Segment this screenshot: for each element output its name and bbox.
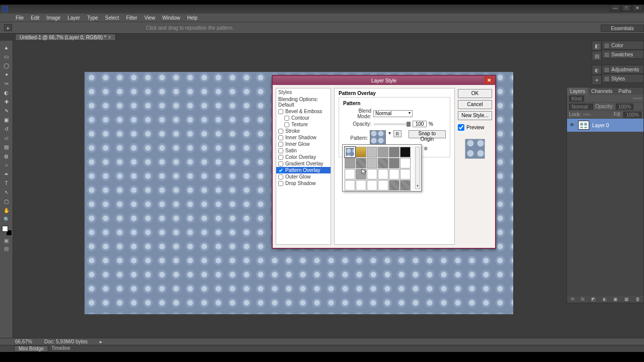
text-tool-icon[interactable]: T — [1, 178, 12, 188]
window-minimize-button[interactable]: — — [610, 5, 621, 12]
foreground-color-swatch[interactable] — [2, 226, 8, 232]
menu-layer[interactable]: Layer — [64, 15, 84, 21]
blend-mode-select[interactable]: Normal — [373, 110, 413, 117]
workspace-essentials-button[interactable]: Essentials — [601, 25, 644, 32]
style-drop-shadow[interactable]: Drop Shadow — [276, 180, 331, 187]
tab-timeline[interactable]: Timeline — [48, 345, 73, 352]
style-outer-glow[interactable]: Outer Glow — [276, 173, 331, 180]
pattern-swatch-item[interactable] — [400, 180, 411, 191]
panel-strip-icon[interactable]: ▤ — [592, 51, 602, 61]
color-swatches-icon[interactable] — [1, 225, 12, 236]
mask-icon[interactable]: ◩ — [591, 297, 596, 302]
marquee-tool-icon[interactable]: ▭ — [1, 52, 12, 61]
pattern-swatch-item[interactable] — [400, 158, 411, 168]
menu-edit[interactable]: Edit — [27, 15, 43, 21]
pattern-swatch-item[interactable] — [378, 169, 388, 179]
fx-icon[interactable]: fx — [581, 297, 585, 302]
pattern-swatch-item[interactable] — [356, 180, 366, 191]
gradient-tool-icon[interactable]: ▤ — [1, 142, 12, 151]
dialog-title[interactable]: Layer Style ✕ — [273, 76, 495, 85]
style-bevel-emboss[interactable]: Bevel & Emboss — [276, 108, 331, 115]
menu-type[interactable]: Type — [84, 15, 102, 21]
opacity-input[interactable]: 100 — [413, 121, 427, 127]
menu-select[interactable]: Select — [102, 15, 123, 21]
stamp-tool-icon[interactable]: ▣ — [1, 115, 12, 124]
new-style-button[interactable]: New Style... — [458, 111, 492, 120]
gear-icon[interactable]: ✻ — [422, 146, 429, 153]
opacity-value[interactable]: 100% — [616, 104, 634, 110]
dodge-tool-icon[interactable]: ○ — [1, 160, 12, 169]
pattern-swatch-item[interactable] — [356, 147, 366, 157]
pattern-swatch-item[interactable] — [356, 169, 366, 179]
eyedropper-tool-icon[interactable]: ◐ — [1, 88, 12, 97]
fill-value[interactable]: 100% — [623, 112, 641, 118]
window-maximize-button[interactable]: □ — [621, 5, 632, 12]
ok-button[interactable]: OK — [458, 89, 492, 98]
panel-tab-swatches[interactable]: Swatches — [602, 50, 644, 59]
pattern-swatch-item[interactable] — [356, 158, 366, 168]
pattern-swatch-item[interactable] — [345, 169, 355, 179]
visibility-icon[interactable]: 👁 — [569, 122, 575, 128]
pattern-swatch-item[interactable] — [378, 158, 388, 168]
tab-channels[interactable]: Channels — [588, 87, 615, 95]
menu-window[interactable]: Window — [158, 15, 184, 21]
style-stroke[interactable]: Stroke — [276, 128, 331, 134]
lock-icons[interactable]: ▫▫▫▫ — [583, 112, 590, 117]
menu-filter[interactable]: Filter — [123, 15, 141, 21]
eraser-tool-icon[interactable]: ▱ — [1, 133, 12, 142]
pattern-swatch-item[interactable] — [389, 169, 399, 179]
pattern-swatch-item[interactable] — [400, 169, 411, 179]
close-icon[interactable]: × — [108, 35, 111, 40]
preview-checkbox[interactable] — [458, 124, 464, 131]
hand-tool-icon[interactable]: ✋ — [1, 206, 12, 215]
snap-to-origin-button[interactable]: Snap to Origin — [409, 130, 446, 138]
pattern-swatch-item[interactable] — [345, 180, 355, 191]
menu-help[interactable]: Help — [184, 15, 201, 21]
layer-thumbnail[interactable] — [578, 121, 589, 130]
screenmode-icon[interactable]: ▤ — [4, 246, 9, 252]
layer-filter-kind[interactable]: Kind — [569, 96, 584, 102]
pen-tool-icon[interactable]: ✒ — [1, 169, 12, 178]
style-gradient-overlay[interactable]: Gradient Overlay — [276, 160, 331, 167]
doc-info[interactable]: Doc: 5,93M/0 bytes — [44, 339, 88, 344]
style-pattern-overlay[interactable]: Pattern Overlay — [276, 167, 331, 173]
zoom-level[interactable]: 66,67% — [15, 339, 32, 344]
picker-scrollbar[interactable]: ▾ — [415, 147, 420, 189]
styles-header[interactable]: Styles — [276, 88, 331, 96]
pattern-swatch-item[interactable] — [345, 158, 355, 168]
style-inner-shadow[interactable]: Inner Shadow — [276, 134, 331, 141]
panel-tab-styles[interactable]: Styles — [602, 74, 644, 83]
pattern-swatch-item[interactable] — [389, 147, 399, 157]
quickmask-icon[interactable]: ▣ — [4, 238, 9, 244]
link-icon[interactable]: ⟲ — [571, 297, 575, 302]
pattern-swatch-item[interactable] — [389, 158, 399, 168]
tab-paths[interactable]: Paths — [615, 87, 634, 95]
panel-tab-color[interactable]: Color — [602, 41, 644, 50]
path-tool-icon[interactable]: ↖ — [1, 188, 12, 197]
layer-name-label[interactable]: Layer 0 — [592, 123, 609, 128]
style-contour[interactable]: Contour — [276, 115, 331, 121]
pattern-swatch-item[interactable] — [400, 147, 411, 157]
menu-file[interactable]: File — [12, 15, 27, 21]
style-texture[interactable]: Texture — [276, 121, 331, 128]
window-close-button[interactable]: ✕ — [632, 5, 643, 12]
document-tab[interactable]: Untitled-1 @ 66,7% (Layer 0, RGB/8) * × — [15, 34, 116, 41]
new-layer-icon[interactable]: ▦ — [624, 297, 629, 302]
style-inner-glow[interactable]: Inner Glow — [276, 141, 331, 147]
blur-tool-icon[interactable]: ◍ — [1, 151, 12, 160]
panel-strip-icon[interactable]: ◐ — [592, 65, 602, 75]
new-preset-icon[interactable]: ⎘ — [393, 130, 401, 137]
style-satin[interactable]: Satin — [276, 147, 331, 154]
move-tool-icon[interactable]: ▲ — [1, 43, 12, 52]
heal-tool-icon[interactable]: ✚ — [1, 97, 12, 106]
adjustment-icon[interactable]: ◐ — [603, 297, 607, 302]
wand-tool-icon[interactable]: ✦ — [1, 70, 12, 79]
move-tool-indicator-icon[interactable]: ▸ — [4, 24, 12, 31]
blend-mode-select[interactable]: Normal — [569, 104, 593, 110]
panel-strip-icon[interactable]: ◧ — [592, 41, 602, 51]
tab-mini-bridge[interactable]: Mini Bridge — [14, 345, 48, 352]
panel-strip-icon[interactable]: ✦ — [592, 75, 602, 85]
dialog-close-button[interactable]: ✕ — [484, 76, 494, 84]
lasso-tool-icon[interactable]: ◯ — [1, 61, 12, 70]
pattern-swatch-item[interactable] — [345, 147, 355, 157]
